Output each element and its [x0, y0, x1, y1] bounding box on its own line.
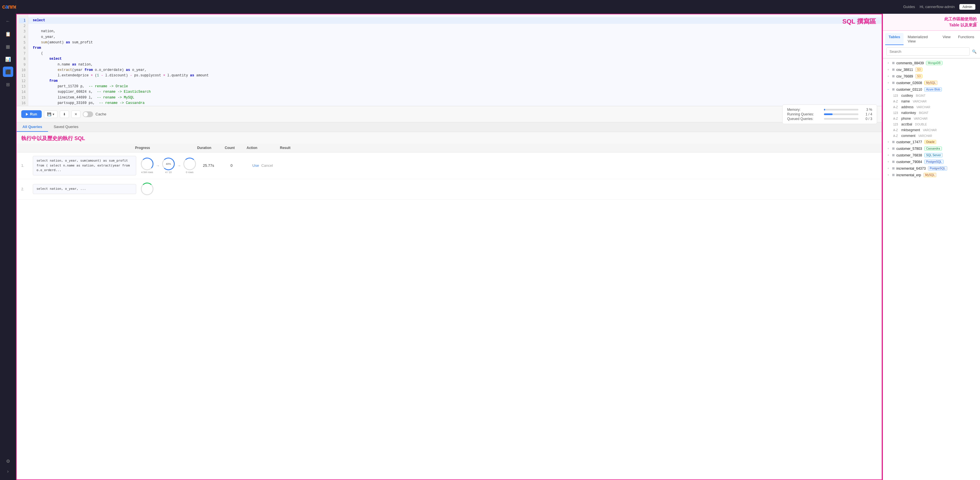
progress-cell-1: 4.5M rows → 40% 4 / 10 →	[141, 158, 198, 174]
table-grid-icon: ⊞	[892, 147, 895, 150]
query-tabs: All Queries Saved Queries	[17, 122, 882, 132]
use-link-1[interactable]: Use	[252, 163, 259, 168]
cache-label: Cache	[95, 112, 107, 116]
expand-icon[interactable]: +	[886, 153, 890, 157]
left-panel: SQL 撰寫區 1 2 3 4 5 6 7 8 9	[16, 14, 882, 480]
memory-status: Memory: 3 %	[787, 108, 872, 112]
tab-tables[interactable]: Tables	[885, 33, 904, 45]
table-grid-icon: ⊞	[892, 81, 895, 85]
table-grid-icon: ⊞	[892, 68, 895, 71]
cache-switch[interactable]	[83, 111, 93, 117]
run-button[interactable]: Run	[21, 110, 42, 118]
source-badge-oracle: Oracle	[924, 140, 936, 144]
memory-bar	[824, 109, 825, 111]
col-item-name[interactable]: A-Z name VARCHAR	[883, 98, 980, 104]
table-item-incremental64373[interactable]: + ⊞ incremental_64373 PostgreSQL	[883, 165, 980, 172]
download-icon: ⬇	[63, 112, 66, 116]
table-item-customer03110[interactable]: − ⊞ customer_03110 Azure Blob	[883, 86, 980, 93]
expand-icon[interactable]: +	[886, 68, 890, 72]
duration-1: 25.77s	[203, 163, 226, 168]
table-grid-icon: ⊞	[892, 160, 895, 164]
right-panel-header: Tables Materialized View View Functions …	[883, 31, 980, 59]
expand-icon[interactable]: +	[886, 147, 890, 151]
expand-icon[interactable]: +	[886, 160, 890, 164]
cancel-link-1[interactable]: Cancel	[261, 163, 273, 168]
header-right: Guides Hi, cannerflow-admin Admin	[903, 4, 975, 10]
tab-materialized-view[interactable]: Materialized View	[904, 33, 938, 45]
count-1: 0	[231, 163, 248, 168]
expand-icon[interactable]: +	[886, 173, 890, 177]
right-panel: 此工作區能使用的Table 以及來源 ← Tables Materialized…	[882, 14, 980, 480]
sidebar-item-docs[interactable]: 📋	[3, 29, 13, 39]
expand-icon[interactable]: +	[886, 81, 890, 85]
source-badge-mysql: MySQL	[924, 81, 937, 85]
dropdown-arrow: ▾	[52, 112, 54, 116]
col-header-count: Count	[225, 146, 242, 150]
cancel-button[interactable]: ✕	[71, 111, 81, 118]
sidebar-item-tables[interactable]: ▦	[3, 41, 13, 52]
action-1: Use Cancel	[252, 163, 281, 168]
tab-all-queries[interactable]: All Queries	[17, 122, 48, 132]
col-item-custkey[interactable]: 123 custkey BIGINT	[883, 93, 980, 98]
table-item-csv76689[interactable]: + ⊞ csv_76689 S3	[883, 73, 980, 79]
source-badge-pg: PostgreSQL	[924, 160, 943, 164]
tab-view[interactable]: View	[939, 33, 954, 45]
annotation-arrow: ←	[973, 19, 979, 25]
col-item-nationkey[interactable]: 123 nationkey BIGINT	[883, 110, 980, 116]
queued-status: Queued Queries: 0 / 3	[787, 117, 872, 121]
logo: canner	[2, 3, 14, 11]
query-results[interactable]: 執行中以及歷史的執行 SQL Progress Duration Count A…	[17, 132, 882, 479]
col-item-mktsegment[interactable]: A-Z mktsegment VARCHAR	[883, 127, 980, 133]
table-item-customer79084[interactable]: + ⊞ customer_79084 PostgreSQL	[883, 158, 980, 165]
status-panel: Memory: 3 % Running Queries: 1 / 4	[782, 105, 877, 124]
col-item-acctbal[interactable]: 123 acctbal DOUBLE	[883, 122, 980, 127]
expand-icon[interactable]: +	[886, 140, 890, 144]
source-badge-cassandra: Cassandra	[924, 146, 942, 151]
progress-circle-1	[141, 158, 153, 170]
expand-icon[interactable]: +	[886, 74, 890, 78]
save-button[interactable]: 💾 ▾	[44, 111, 57, 118]
table-item-customer02608[interactable]: + ⊞ customer_02608 MySQL	[883, 79, 980, 86]
collapse-icon[interactable]: −	[886, 87, 890, 92]
sidebar-item-expand[interactable]: ›	[3, 466, 13, 477]
source-badge-s3: S3	[915, 68, 922, 72]
progress-circle-2: 40%	[162, 158, 175, 170]
source-badge-s3-2: S3	[915, 74, 922, 78]
toolbar: Run 💾 ▾ ⬇ ✕	[17, 106, 882, 122]
admin-badge[interactable]: Admin	[959, 4, 975, 10]
col-item-phone[interactable]: A-Z phone VARCHAR	[883, 116, 980, 122]
sidebar-item-terminal[interactable]: ⬛	[3, 67, 13, 77]
table-item-customer57803[interactable]: + ⊞ customer_57803 Cassandra	[883, 145, 980, 152]
table-grid-icon: ⊞	[892, 74, 895, 78]
tables-list[interactable]: + ⊞ comments_88439 MongoDB + ⊞ csv_38811…	[883, 59, 980, 480]
table-item-customer76838[interactable]: + ⊞ customer_76838 SQL Server	[883, 152, 980, 158]
col-item-address[interactable]: A-Z address VARCHAR	[883, 104, 980, 110]
progress-cell-2	[141, 182, 198, 196]
tab-saved-queries[interactable]: Saved Queries	[48, 122, 84, 132]
sidebar-item-charts[interactable]: 📊	[3, 54, 13, 64]
guides-link[interactable]: Guides	[903, 5, 915, 9]
sql-editor-header: SQL 撰寫區	[842, 17, 876, 26]
table-item-customer17477[interactable]: + ⊞ customer_17477 Oracle	[883, 139, 980, 145]
search-box: 🔍	[883, 45, 980, 58]
code-editor[interactable]: select nation, o_year, sum(amount) as su…	[28, 14, 882, 106]
table-grid-icon: ⊞	[892, 173, 895, 177]
search-icon[interactable]: 🔍	[972, 49, 977, 54]
sidebar-item-back[interactable]: ←	[3, 16, 13, 26]
col-item-comment[interactable]: A-Z comment VARCHAR	[883, 133, 980, 139]
table-item-comments[interactable]: + ⊞ comments_88439 MongoDB	[883, 60, 980, 66]
expand-icon[interactable]: +	[886, 166, 890, 171]
sidebar-item-grid[interactable]: ⊞	[3, 79, 13, 90]
sidebar-item-settings[interactable]: ⚙	[3, 456, 13, 466]
code-area[interactable]: 1 2 3 4 5 6 7 8 9 10 11 12 13	[17, 14, 882, 106]
table-item-csv38811[interactable]: + ⊞ csv_38811 S3	[883, 66, 980, 73]
download-button[interactable]: ⬇	[60, 111, 69, 118]
search-input[interactable]	[886, 48, 970, 56]
play-icon	[26, 113, 28, 116]
table-item-incremental-erp[interactable]: + ⊞ incremental_erp MySQL	[883, 172, 980, 178]
workspace-annotation-box: 此工作區能使用的Table 以及來源 ←	[883, 14, 980, 31]
cache-toggle: Cache	[83, 111, 107, 117]
sql-editor-area: SQL 撰寫區 1 2 3 4 5 6 7 8 9	[17, 14, 882, 106]
tab-functions[interactable]: Functions	[955, 33, 978, 45]
expand-icon[interactable]: +	[886, 61, 890, 65]
